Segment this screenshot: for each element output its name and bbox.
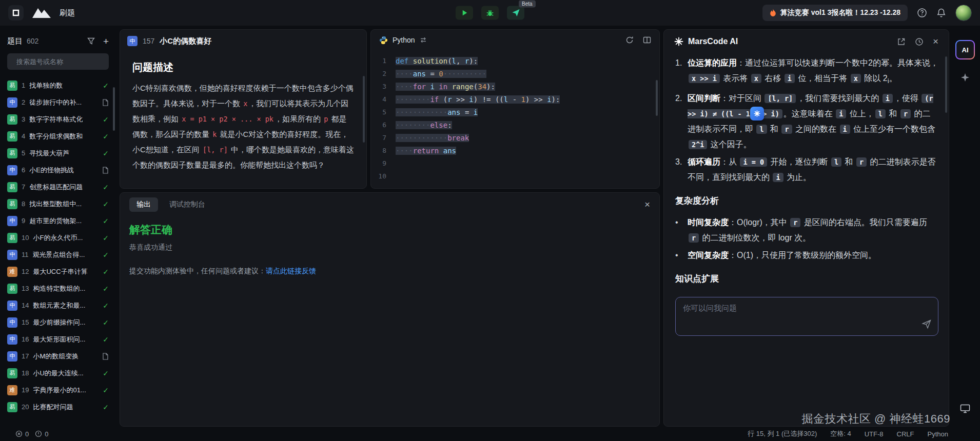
feedback-link[interactable]: 请点此链接反馈: [266, 267, 316, 275]
code-line[interactable]: 3····for i in range(34):: [371, 80, 659, 93]
problem-list-item[interactable]: 中17小M的数组变换: [7, 348, 109, 365]
problem-list-item[interactable]: 易4数字分组求偶数和✓: [7, 128, 109, 145]
submit-button[interactable]: [507, 6, 524, 20]
problem-list-item[interactable]: 易8找出整型数组中...✓: [7, 195, 109, 212]
editor-v-scrollbar[interactable]: [656, 80, 658, 116]
help-icon[interactable]: [917, 8, 927, 18]
problem-number: 17: [22, 352, 29, 360]
line-number: 2: [371, 70, 396, 77]
problem-scrollbar[interactable]: [363, 76, 365, 143]
check-icon: ✓: [103, 217, 109, 225]
warnings-indicator[interactable]: 0: [35, 430, 48, 438]
run-button[interactable]: [456, 6, 473, 20]
problem-list-item[interactable]: 易20比赛配对问题✓: [7, 398, 109, 415]
code-text: ············break: [396, 134, 469, 142]
problem-list-item[interactable]: 中9超市里的货物架...✓: [7, 212, 109, 229]
cursor-position[interactable]: 行 15, 列 1 (已选择302): [748, 429, 817, 438]
problem-list-item[interactable]: 易5寻找最大葫芦✓: [7, 145, 109, 162]
problem-title: 超市里的货物架...: [29, 216, 82, 226]
indent-setting[interactable]: 空格: 4: [830, 429, 851, 438]
difficulty-badge: 中: [127, 36, 138, 46]
problem-list-item[interactable]: 易10小F的永久代币...✓: [7, 229, 109, 246]
history-icon[interactable]: [915, 37, 924, 46]
plugin-icon[interactable]: [961, 73, 970, 84]
avatar[interactable]: [955, 5, 972, 21]
output-close-icon[interactable]: ×: [644, 199, 650, 210]
line-number: 3: [371, 83, 396, 90]
contest-banner[interactable]: 算法竞赛 vol1 3报名啦！12.23 -12.28: [762, 5, 908, 21]
switch-language-icon[interactable]: [420, 37, 427, 43]
ai-bullet-item: •空间复杂度：O(1)，只使用了常数级别的额外空间。: [675, 248, 938, 263]
difficulty-badge: 易: [7, 368, 17, 378]
encoding-setting[interactable]: UTF-8: [865, 430, 884, 438]
code-line[interactable]: 1def solution(l, r):: [371, 54, 659, 67]
eol-setting[interactable]: CRLF: [897, 430, 914, 438]
problem-list-item[interactable]: 中14数组元素之和最...✓: [7, 297, 109, 314]
problem-list-item[interactable]: 易1找单独的数✓: [7, 77, 109, 94]
problem-list-item[interactable]: 中16最大矩形面积问...✓: [7, 331, 109, 348]
debug-button[interactable]: [481, 6, 499, 20]
problem-body: 小C特别喜欢偶数，但她的喜好程度依赖于一个数中包含多少个偶数因子。具体来说，对于…: [132, 81, 354, 173]
bug-icon: [486, 9, 494, 17]
code-editor[interactable]: 1def solution(l, r):2····ans = 0········…: [371, 54, 659, 183]
problem-list-item[interactable]: 易13构造特定数组的...✓: [7, 280, 109, 297]
ai-input-box: [675, 297, 938, 336]
inline-code: [l, r]: [202, 146, 229, 154]
tab-output[interactable]: 输出: [129, 197, 158, 212]
marscode-mountain-logo[interactable]: [31, 7, 52, 19]
right-toolbar: AI: [950, 26, 980, 427]
code-line[interactable]: 4········if (r >> i) != ((l - 1) >> i):: [371, 93, 659, 106]
ai-close-icon[interactable]: ×: [933, 36, 938, 47]
ai-header: MarsCode AI ×: [664, 30, 949, 53]
problem-list-item[interactable]: 易3数字字符串格式化✓: [7, 111, 109, 128]
problem-list-item[interactable]: 中2徒步旅行中的补...: [7, 94, 109, 111]
errors-indicator[interactable]: 0: [15, 430, 29, 438]
send-icon[interactable]: [922, 319, 932, 331]
ai-question-input[interactable]: [676, 297, 938, 335]
sidebar-scrollbar[interactable]: [113, 87, 115, 131]
problem-list-item[interactable]: 中15最少前缀操作问...✓: [7, 314, 109, 331]
problem-list-item[interactable]: 难12最大UCC子串计算✓: [7, 263, 109, 280]
ai-scrollbar[interactable]: [945, 56, 947, 113]
reset-code-icon[interactable]: [625, 36, 634, 44]
filter-icon[interactable]: [87, 37, 95, 45]
language-mode[interactable]: Python: [928, 430, 948, 438]
code-line[interactable]: 7············break: [371, 131, 659, 144]
ide-logo-icon: [9, 6, 23, 19]
search-input[interactable]: [16, 58, 107, 66]
monitor-icon[interactable]: [960, 404, 970, 415]
split-view-icon[interactable]: [643, 36, 651, 44]
code-line[interactable]: 10: [371, 170, 659, 183]
search-box[interactable]: [7, 53, 109, 70]
difficulty-badge: 易: [7, 402, 17, 412]
tab-debug-console[interactable]: 调试控制台: [169, 200, 205, 209]
problem-title: 最少前缀操作问...: [33, 318, 85, 327]
inline-code: i: [785, 74, 795, 83]
inline-code: x: [851, 74, 861, 83]
doc-icon: [102, 353, 109, 360]
problem-title: 数字分组求偶数和: [29, 132, 83, 141]
add-problem-button[interactable]: +: [103, 36, 109, 46]
problem-list-item[interactable]: 中11观光景点组合得...✓: [7, 246, 109, 263]
problem-list-item[interactable]: 易18小U的最大连续...✓: [7, 365, 109, 382]
problem-number: 14: [22, 302, 29, 309]
ide-logo[interactable]: [8, 5, 24, 21]
export-chat-icon[interactable]: [897, 37, 906, 46]
code-line[interactable]: 2····ans = 0··········: [371, 67, 659, 80]
sidebar-header: 题目 602 +: [7, 32, 109, 50]
bell-icon[interactable]: [936, 8, 946, 18]
inline-code: i: [883, 94, 893, 103]
code-line[interactable]: 9: [371, 157, 659, 170]
problem-list-item[interactable]: 易7创意标题匹配问题✓: [7, 178, 109, 195]
editor-language: Python: [393, 36, 415, 44]
problem-number: 19: [22, 386, 29, 394]
ai-selection-popup-icon[interactable]: [750, 107, 764, 121]
problem-number: 15: [22, 318, 29, 326]
ai-assistant-button[interactable]: AI: [955, 40, 975, 59]
code-line[interactable]: 8····return ans: [371, 144, 659, 157]
problem-list-item[interactable]: 中6小E的怪物挑战: [7, 162, 109, 178]
problem-number: 5: [22, 149, 25, 157]
problem-list-item[interactable]: 难19字典序最小的01...✓: [7, 382, 109, 398]
code-line[interactable]: 5············ans = i: [371, 106, 659, 118]
code-line[interactable]: 6········else:: [371, 118, 659, 131]
